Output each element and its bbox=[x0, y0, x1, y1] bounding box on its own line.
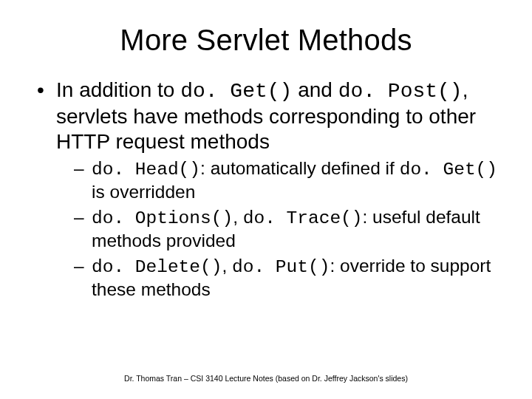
code-doput: do. Put() bbox=[232, 257, 330, 277]
text: and bbox=[292, 78, 338, 101]
sub-bullet-list: do. Head(): automatically defined if do.… bbox=[74, 157, 502, 300]
bullet-item-1: In addition to do. Get() and do. Post(),… bbox=[34, 78, 502, 301]
bullet-list: In addition to do. Get() and do. Post(),… bbox=[34, 78, 502, 301]
code-dopost: do. Post() bbox=[338, 80, 463, 103]
text: , bbox=[233, 207, 243, 227]
slide-footer: Dr. Thomas Tran – CSI 3140 Lecture Notes… bbox=[0, 374, 532, 383]
code-dohead: do. Head() bbox=[92, 160, 200, 180]
slide-title: More Servlet Methods bbox=[30, 24, 502, 57]
slide: More Servlet Methods In addition to do. … bbox=[0, 0, 532, 399]
text: is overridden bbox=[92, 182, 195, 202]
sub-bullet-3: do. Delete(), do. Put(): override to sup… bbox=[74, 255, 502, 301]
text: : automatically defined if bbox=[200, 158, 400, 178]
sub-bullet-1: do. Head(): automatically defined if do.… bbox=[74, 157, 502, 203]
sub-bullet-2: do. Options(), do. Trace(): useful defau… bbox=[74, 206, 502, 252]
code-dotrace: do. Trace() bbox=[243, 208, 363, 228]
text: , bbox=[222, 256, 232, 276]
text: In addition to bbox=[56, 78, 180, 101]
code-dodelete: do. Delete() bbox=[92, 257, 222, 277]
code-dooptions: do. Options() bbox=[92, 208, 233, 228]
code-doget: do. Get() bbox=[180, 80, 292, 103]
code-doget2: do. Get() bbox=[400, 160, 497, 180]
